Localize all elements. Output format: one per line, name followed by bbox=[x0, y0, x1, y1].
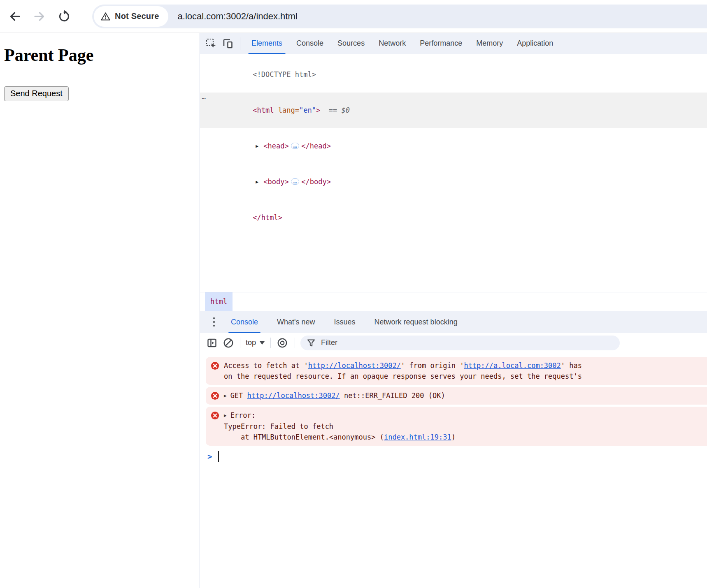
expand-arrow-icon[interactable]: ▶ bbox=[253, 176, 263, 188]
console-filter[interactable] bbox=[300, 336, 620, 350]
forward-button[interactable] bbox=[33, 10, 46, 23]
elements-dom-tree: <!DOCTYPE html> ⋯<html lang="en"> == $0 … bbox=[200, 54, 707, 292]
prompt-chevron-icon: > bbox=[207, 452, 212, 461]
tab-sources[interactable]: Sources bbox=[330, 33, 372, 54]
console-toolbar: top bbox=[200, 333, 707, 353]
security-chip[interactable]: Not Secure bbox=[94, 6, 168, 27]
drawer-menu-button[interactable] bbox=[207, 317, 221, 327]
error-text-line: ▶Error: bbox=[224, 410, 456, 421]
forward-arrow-icon bbox=[33, 10, 46, 23]
browser-window: Not Secure a.local.com:3002/a/index.html… bbox=[0, 0, 707, 588]
error-icon bbox=[211, 411, 219, 420]
collapsed-content-icon[interactable]: … bbox=[291, 178, 299, 185]
drawer-tab-console[interactable]: Console bbox=[221, 311, 267, 333]
devtools-tabbar: Elements Console Sources Network Perform… bbox=[200, 33, 707, 54]
address-bar[interactable]: Not Secure a.local.com:3002/a/index.html bbox=[92, 5, 707, 28]
expand-arrow-icon[interactable]: ▶ bbox=[253, 140, 263, 152]
link-localhost[interactable]: http://localhost:3002/ bbox=[308, 361, 401, 370]
console-error-cors[interactable]: Access to fetch at 'http://localhost:300… bbox=[206, 357, 707, 385]
reload-icon bbox=[58, 10, 71, 23]
drawer-tabbar: Console What's new Issues Network reques… bbox=[200, 311, 707, 333]
tab-elements[interactable]: Elements bbox=[244, 33, 289, 54]
error-text-line: on the requested resource. If an opaque … bbox=[224, 371, 582, 382]
chevron-down-icon[interactable] bbox=[260, 341, 265, 345]
device-toolbar-icon bbox=[222, 38, 233, 49]
elements-breadcrumb-bar: html bbox=[200, 292, 707, 311]
toolbar-divider bbox=[295, 338, 295, 348]
eye-icon bbox=[276, 338, 288, 348]
more-actions-icon[interactable]: ⋯ bbox=[202, 93, 206, 104]
doctype-node[interactable]: <!DOCTYPE html> bbox=[200, 57, 707, 93]
link-localhost[interactable]: http://localhost:3002/ bbox=[247, 391, 340, 400]
breadcrumb-html[interactable]: html bbox=[205, 292, 233, 311]
drawer-tab-network-request-blocking[interactable]: Network request blocking bbox=[365, 311, 467, 333]
console-prompt[interactable]: > bbox=[207, 451, 707, 462]
block-icon bbox=[223, 338, 234, 348]
collapsed-content-icon[interactable]: … bbox=[291, 143, 299, 149]
console-messages: Access to fetch at 'http://localhost:300… bbox=[200, 353, 707, 588]
tab-application[interactable]: Application bbox=[510, 33, 560, 54]
tab-performance[interactable]: Performance bbox=[413, 33, 469, 54]
back-arrow-icon bbox=[8, 10, 21, 23]
live-expression-button[interactable] bbox=[276, 338, 288, 348]
funnel-icon bbox=[307, 338, 316, 347]
inspect-cursor-icon bbox=[206, 38, 216, 49]
back-button[interactable] bbox=[8, 10, 21, 23]
url-text[interactable]: a.local.com:3002/a/index.html bbox=[178, 11, 298, 22]
sidebar-panel-icon bbox=[207, 338, 217, 348]
error-text-line: TypeError: Failed to fetch bbox=[224, 421, 456, 432]
page-title: Parent Page bbox=[4, 45, 200, 65]
text-caret bbox=[218, 451, 219, 462]
head-node[interactable]: ▶<head>…</head> bbox=[200, 128, 707, 164]
kebab-menu-icon bbox=[213, 317, 215, 327]
html-node-selected[interactable]: ⋯<html lang="en"> == $0 bbox=[200, 93, 707, 128]
warning-icon bbox=[101, 12, 110, 21]
send-request-button[interactable]: Send Request bbox=[4, 86, 69, 101]
html-close-node[interactable]: </html> bbox=[200, 200, 707, 236]
context-selector[interactable]: top bbox=[246, 338, 256, 347]
drawer-tab-whats-new[interactable]: What's new bbox=[267, 311, 324, 333]
browser-toolbar: Not Secure a.local.com:3002/a/index.html bbox=[0, 0, 707, 33]
console-sidebar-button[interactable] bbox=[207, 338, 217, 348]
webpage-viewport: Parent Page Send Request bbox=[0, 33, 200, 588]
expand-arrow-icon[interactable]: ▶ bbox=[224, 391, 227, 401]
toolbar-divider bbox=[270, 338, 271, 348]
reload-button[interactable] bbox=[58, 10, 71, 23]
body-node[interactable]: ▶<body>…</body> bbox=[200, 164, 707, 200]
tab-memory[interactable]: Memory bbox=[469, 33, 510, 54]
link-a-local[interactable]: http://a.local.com:3002 bbox=[464, 361, 560, 370]
error-text-line: at HTMLButtonElement.<anonymous> (index.… bbox=[224, 432, 456, 442]
toolbar-divider bbox=[240, 338, 240, 348]
tab-network[interactable]: Network bbox=[372, 33, 413, 54]
link-index-html-source[interactable]: index.html:19:31 bbox=[384, 433, 451, 441]
error-icon bbox=[211, 361, 219, 370]
clear-console-button[interactable] bbox=[223, 338, 234, 348]
toolbar-divider bbox=[240, 37, 240, 50]
inspect-element-button[interactable] bbox=[206, 38, 216, 49]
drawer-tab-issues[interactable]: Issues bbox=[325, 311, 365, 333]
error-text-line: ▶GET http://localhost:3002/ net::ERR_FAI… bbox=[224, 390, 445, 401]
error-text-line: Access to fetch at 'http://localhost:300… bbox=[224, 360, 582, 371]
dollar-zero-hint: $0 bbox=[341, 106, 349, 114]
expand-arrow-icon[interactable]: ▶ bbox=[224, 410, 227, 421]
device-toolbar-button[interactable] bbox=[222, 38, 233, 49]
console-error-typeerror[interactable]: ▶Error: TypeError: Failed to fetch at HT… bbox=[206, 407, 707, 446]
error-icon bbox=[211, 391, 219, 400]
security-label: Not Secure bbox=[115, 12, 159, 21]
console-error-get[interactable]: ▶GET http://localhost:3002/ net::ERR_FAI… bbox=[206, 387, 707, 405]
tab-console[interactable]: Console bbox=[289, 33, 330, 54]
filter-input[interactable] bbox=[320, 338, 567, 347]
devtools-panel: Elements Console Sources Network Perform… bbox=[200, 33, 707, 588]
